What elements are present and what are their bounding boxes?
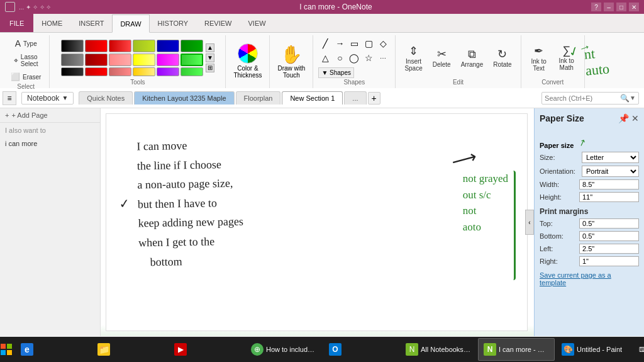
ribbon-tabs: FILE HOME INSERT DRAW HISTORY REVIEW VIE… [0,14,644,33]
width-field-row: Width: [540,179,639,189]
title-bar: ... ✦ ✧ ✧ ✧ I can more - OneNote ? – □ ✕ [0,0,644,14]
search-icon: 🔍 [620,94,630,103]
bottom-input[interactable] [579,231,639,241]
tab-quick-notes[interactable]: Quick Notes [79,91,133,105]
add-tab-button[interactable]: + [368,92,380,105]
start-button[interactable] [0,337,13,362]
shape-arrow[interactable]: → [333,37,347,50]
scroll-down-button[interactable]: ▼ [206,54,214,62]
maximize-button[interactable]: □ [616,3,626,11]
shape-rect[interactable]: ▭ [347,37,361,50]
pen-swatch[interactable] [157,67,179,76]
tab-review[interactable]: REVIEW [196,14,240,32]
search-dropdown-icon[interactable]: ▼ [630,94,636,101]
taskbar-item-onenote[interactable]: N I can more - One... [478,338,555,361]
search-input[interactable] [545,94,620,102]
ribbon-group-select: A Type ⌖ Lasso Select ⬜ Eraser Select [3,35,50,88]
tab-history[interactable]: HISTORY [150,14,197,32]
arrange-button[interactable]: ⧉ Arrange [457,40,487,76]
pen-swatch[interactable] [133,40,155,52]
height-input[interactable] [579,192,639,202]
pen-swatch[interactable] [61,67,84,76]
lasso-tool-button[interactable]: ⌖ Lasso Select [11,52,42,69]
paint-icon: 🎨 [562,343,574,356]
pen-swatch[interactable] [85,40,108,52]
taskbar-item-ie[interactable]: e [15,338,91,361]
tab-new-section[interactable]: New Section 1 [282,91,343,105]
svg-rect-3 [7,350,12,355]
shape-rect2[interactable]: ▢ [362,37,375,50]
title-bar-text: I can more - OneNote [80,3,591,11]
top-input[interactable] [579,218,639,229]
shape-circle2[interactable]: ◯ [347,51,361,65]
tab-insert[interactable]: INSERT [70,14,112,32]
tab-more[interactable]: ... [344,91,366,105]
sidebar-toggle-button[interactable]: ≡ [3,91,16,105]
collapse-panel-button[interactable]: ‹ [525,210,534,235]
taskbar-item-outlook[interactable]: O [323,338,399,361]
select-group-label: Select [17,83,35,91]
pen-swatch[interactable] [61,54,84,66]
pen-swatch[interactable] [180,67,203,76]
notebook-label: Notebook [27,94,59,103]
width-input[interactable] [579,179,639,189]
draw-with-touch-button[interactable]: ✋ Draw withTouch [275,42,308,81]
ie-icon: e [21,343,33,356]
color-thickness-button[interactable]: Color &Thickness [231,41,264,81]
pen-swatch[interactable] [85,67,108,76]
search-box[interactable]: 🔍 ▼ [541,92,639,105]
right-input[interactable] [579,256,639,266]
taskbar-item-notebooks[interactable]: N All Notebooks - s... [400,338,477,361]
expand-button[interactable]: ⊞ [206,64,214,72]
pen-swatch[interactable] [157,40,179,52]
shape-circle[interactable]: ○ [333,51,347,65]
taskbar-item-paint[interactable]: 🎨 Untitled - Paint [556,338,631,361]
tab-file[interactable]: FILE [0,14,33,32]
scroll-up-button[interactable]: ▲ [206,43,214,52]
pen-swatch[interactable] [61,40,84,52]
ink-to-text-button[interactable]: ✒ Ink toText [526,40,552,76]
pen-swatch[interactable] [180,40,203,52]
type-tool-button[interactable]: A Type [12,37,40,50]
taskbar: e 📁 ▶ ⊕ How to include a ... O N All Not… [0,337,644,362]
taskbar-item-chrome[interactable]: ⊕ How to include a ... [245,338,322,361]
tab-floorplan[interactable]: Floorplan [236,91,281,105]
lasso-label: Lasso [21,54,38,60]
taskbar-item-explorer[interactable]: 📁 [92,338,167,361]
minimize-button[interactable]: – [604,3,614,11]
shape-more[interactable]: ⋯ [376,51,390,65]
shape-line[interactable]: ╱ [318,37,332,50]
pen-swatch[interactable] [85,54,108,66]
shapes-expand-button[interactable]: ▼ Shapes [318,67,354,78]
tab-view[interactable]: VIEW [240,14,274,32]
pen-swatch[interactable] [109,67,131,76]
notebook-selector[interactable]: Notebook ▼ [21,92,74,105]
add-page-button[interactable]: + + Add Page [0,108,100,123]
rotate-button[interactable]: ↻ Rotate [489,40,515,76]
tab-home[interactable]: HOME [33,14,70,32]
save-template-link[interactable]: Save current page as a template [540,271,639,286]
left-input[interactable] [579,244,639,254]
pen-swatch[interactable] [133,54,155,66]
tab-kitchen-layout[interactable]: Kitchen Layout 3235 Maple [134,91,234,105]
pen-swatch[interactable] [109,40,131,52]
top-label: Top: [540,220,579,227]
close-button[interactable]: ✕ [629,3,639,11]
delete-button[interactable]: ✂ Delete [429,40,455,76]
tab-draw[interactable]: DRAW [112,14,149,33]
taskbar-item-media[interactable]: ▶ [169,338,244,361]
pen-swatch[interactable] [157,54,179,66]
i-also-item[interactable]: i can more [0,138,100,149]
eraser-tool-button[interactable]: ⬜ Eraser [8,71,44,83]
insert-space-button[interactable]: ⇕ InsertSpace [401,40,426,76]
orientation-select[interactable]: Portrait Landscape [582,166,639,177]
notebook-chevron-icon: ▼ [62,94,68,101]
pen-swatch[interactable] [109,54,131,66]
help-button[interactable]: ? [591,3,601,11]
size-select[interactable]: Letter A4 Legal [582,152,639,163]
shape-diamond[interactable]: ◇ [376,37,390,50]
pen-swatch[interactable] [133,67,155,76]
pen-swatch-green-active[interactable] [180,54,203,66]
shape-star[interactable]: ☆ [362,51,375,65]
shape-triangle[interactable]: △ [318,51,332,65]
